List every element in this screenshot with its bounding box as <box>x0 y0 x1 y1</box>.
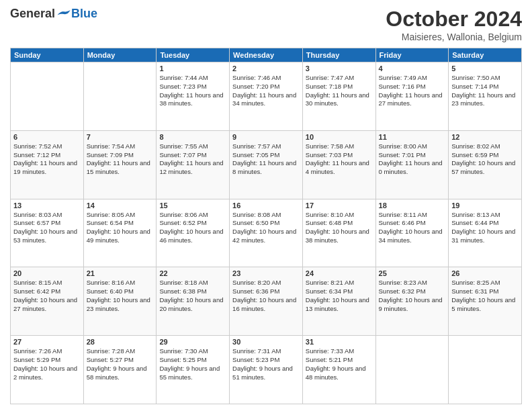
day-cell <box>375 336 449 404</box>
day-info: Sunrise: 8:03 AM Sunset: 6:57 PM Dayligh… <box>13 211 81 245</box>
day-info: Sunrise: 8:10 AM Sunset: 6:48 PM Dayligh… <box>306 211 373 245</box>
day-cell: 15Sunrise: 8:06 AM Sunset: 6:52 PM Dayli… <box>157 199 230 267</box>
day-cell: 16Sunrise: 8:08 AM Sunset: 6:50 PM Dayli… <box>230 199 303 267</box>
day-cell: 22Sunrise: 8:18 AM Sunset: 6:38 PM Dayli… <box>157 267 230 336</box>
day-info: Sunrise: 8:18 AM Sunset: 6:38 PM Dayligh… <box>159 279 226 313</box>
day-number: 6 <box>13 133 81 141</box>
day-info: Sunrise: 7:33 AM Sunset: 5:21 PM Dayligh… <box>306 347 373 381</box>
day-info: Sunrise: 7:54 AM Sunset: 7:09 PM Dayligh… <box>87 142 154 177</box>
day-number: 13 <box>13 201 81 210</box>
day-cell: 4Sunrise: 7:49 AM Sunset: 7:16 PM Daylig… <box>375 62 449 131</box>
day-info: Sunrise: 8:06 AM Sunset: 6:52 PM Dayligh… <box>159 211 226 245</box>
day-cell: 18Sunrise: 8:11 AM Sunset: 6:46 PM Dayli… <box>375 199 449 267</box>
day-cell <box>449 336 522 404</box>
logo-text: General Blue <box>10 7 97 21</box>
calendar-table: SundayMondayTuesdayWednesdayThursdayFrid… <box>10 48 522 404</box>
day-number: 27 <box>13 338 81 346</box>
day-cell: 2Sunrise: 7:46 AM Sunset: 7:20 PM Daylig… <box>230 62 303 131</box>
day-number: 21 <box>87 269 154 277</box>
day-info: Sunrise: 8:16 AM Sunset: 6:40 PM Dayligh… <box>87 279 154 313</box>
day-info: Sunrise: 7:57 AM Sunset: 7:05 PM Dayligh… <box>232 142 300 177</box>
header: General Blue October 2024 Maisieres, Wal… <box>10 7 522 42</box>
day-number: 17 <box>306 201 373 210</box>
day-number: 5 <box>451 64 519 73</box>
day-info: Sunrise: 7:26 AM Sunset: 5:29 PM Dayligh… <box>13 347 81 381</box>
day-cell: 11Sunrise: 8:00 AM Sunset: 7:01 PM Dayli… <box>375 130 449 199</box>
logo: General Blue <box>10 7 97 21</box>
day-info: Sunrise: 8:21 AM Sunset: 6:34 PM Dayligh… <box>306 279 373 313</box>
day-number: 18 <box>379 201 446 210</box>
day-number: 23 <box>232 269 300 277</box>
day-number: 11 <box>379 133 446 141</box>
day-header-saturday: Saturday <box>449 48 522 62</box>
day-cell: 7Sunrise: 7:54 AM Sunset: 7:09 PM Daylig… <box>83 130 157 199</box>
day-number: 9 <box>232 133 300 141</box>
day-number: 4 <box>379 64 446 73</box>
day-number: 3 <box>306 64 373 73</box>
logo-bird-icon <box>56 9 71 19</box>
day-cell: 3Sunrise: 7:47 AM Sunset: 7:18 PM Daylig… <box>302 62 375 131</box>
day-cell: 27Sunrise: 7:26 AM Sunset: 5:29 PM Dayli… <box>11 336 84 404</box>
logo-blue: Blue <box>71 7 97 21</box>
day-info: Sunrise: 8:00 AM Sunset: 7:01 PM Dayligh… <box>379 142 446 177</box>
day-number: 28 <box>87 338 154 346</box>
day-number: 29 <box>159 338 226 346</box>
day-cell: 23Sunrise: 8:20 AM Sunset: 6:36 PM Dayli… <box>230 267 303 336</box>
day-info: Sunrise: 8:02 AM Sunset: 6:59 PM Dayligh… <box>451 142 519 177</box>
day-info: Sunrise: 7:46 AM Sunset: 7:20 PM Dayligh… <box>232 74 300 108</box>
day-number: 31 <box>306 338 373 346</box>
day-number: 14 <box>87 201 154 210</box>
day-cell: 26Sunrise: 8:25 AM Sunset: 6:31 PM Dayli… <box>449 267 522 336</box>
day-number: 12 <box>451 133 519 141</box>
day-cell: 25Sunrise: 8:23 AM Sunset: 6:32 PM Dayli… <box>375 267 449 336</box>
week-row-3: 13Sunrise: 8:03 AM Sunset: 6:57 PM Dayli… <box>11 199 522 267</box>
day-info: Sunrise: 8:13 AM Sunset: 6:44 PM Dayligh… <box>451 211 519 245</box>
day-cell: 17Sunrise: 8:10 AM Sunset: 6:48 PM Dayli… <box>302 199 375 267</box>
day-header-thursday: Thursday <box>302 48 375 62</box>
day-info: Sunrise: 8:15 AM Sunset: 6:42 PM Dayligh… <box>13 279 81 313</box>
day-info: Sunrise: 7:30 AM Sunset: 5:25 PM Dayligh… <box>159 347 226 381</box>
day-info: Sunrise: 8:11 AM Sunset: 6:46 PM Dayligh… <box>379 211 446 245</box>
day-cell: 19Sunrise: 8:13 AM Sunset: 6:44 PM Dayli… <box>449 199 522 267</box>
page: General Blue October 2024 Maisieres, Wal… <box>0 0 532 411</box>
week-row-5: 27Sunrise: 7:26 AM Sunset: 5:29 PM Dayli… <box>11 336 522 404</box>
day-cell: 12Sunrise: 8:02 AM Sunset: 6:59 PM Dayli… <box>449 130 522 199</box>
day-cell: 14Sunrise: 8:05 AM Sunset: 6:54 PM Dayli… <box>83 199 157 267</box>
day-number: 19 <box>451 201 519 210</box>
day-cell: 28Sunrise: 7:28 AM Sunset: 5:27 PM Dayli… <box>83 336 157 404</box>
day-number: 2 <box>232 64 300 73</box>
day-number: 24 <box>306 269 373 277</box>
day-info: Sunrise: 7:50 AM Sunset: 7:14 PM Dayligh… <box>451 74 519 108</box>
day-cell: 21Sunrise: 8:16 AM Sunset: 6:40 PM Dayli… <box>83 267 157 336</box>
day-info: Sunrise: 8:23 AM Sunset: 6:32 PM Dayligh… <box>379 279 446 313</box>
day-cell: 29Sunrise: 7:30 AM Sunset: 5:25 PM Dayli… <box>157 336 230 404</box>
day-info: Sunrise: 8:08 AM Sunset: 6:50 PM Dayligh… <box>232 211 300 245</box>
month-title: October 2024 <box>386 7 522 32</box>
day-header-tuesday: Tuesday <box>157 48 230 62</box>
day-cell <box>83 62 157 131</box>
week-row-2: 6Sunrise: 7:52 AM Sunset: 7:12 PM Daylig… <box>11 130 522 199</box>
day-cell: 8Sunrise: 7:55 AM Sunset: 7:07 PM Daylig… <box>157 130 230 199</box>
day-number: 20 <box>13 269 81 277</box>
day-cell: 24Sunrise: 8:21 AM Sunset: 6:34 PM Dayli… <box>302 267 375 336</box>
day-info: Sunrise: 7:49 AM Sunset: 7:16 PM Dayligh… <box>379 74 446 108</box>
day-info: Sunrise: 8:05 AM Sunset: 6:54 PM Dayligh… <box>87 211 154 245</box>
week-row-1: 1Sunrise: 7:44 AM Sunset: 7:23 PM Daylig… <box>11 62 522 131</box>
day-info: Sunrise: 7:58 AM Sunset: 7:03 PM Dayligh… <box>306 142 373 177</box>
calendar-header-row: SundayMondayTuesdayWednesdayThursdayFrid… <box>11 48 522 62</box>
day-number: 26 <box>451 269 519 277</box>
day-info: Sunrise: 7:52 AM Sunset: 7:12 PM Dayligh… <box>13 142 81 177</box>
day-number: 16 <box>232 201 300 210</box>
day-cell: 5Sunrise: 7:50 AM Sunset: 7:14 PM Daylig… <box>449 62 522 131</box>
day-number: 8 <box>159 133 226 141</box>
logo-general: General <box>10 7 55 21</box>
day-cell: 30Sunrise: 7:31 AM Sunset: 5:23 PM Dayli… <box>230 336 303 404</box>
day-number: 25 <box>379 269 446 277</box>
day-cell: 9Sunrise: 7:57 AM Sunset: 7:05 PM Daylig… <box>230 130 303 199</box>
day-info: Sunrise: 8:20 AM Sunset: 6:36 PM Dayligh… <box>232 279 300 313</box>
title-section: October 2024 Maisieres, Wallonia, Belgiu… <box>386 7 522 42</box>
day-number: 30 <box>232 338 300 346</box>
day-info: Sunrise: 8:25 AM Sunset: 6:31 PM Dayligh… <box>451 279 519 313</box>
day-header-wednesday: Wednesday <box>230 48 303 62</box>
day-header-sunday: Sunday <box>11 48 84 62</box>
